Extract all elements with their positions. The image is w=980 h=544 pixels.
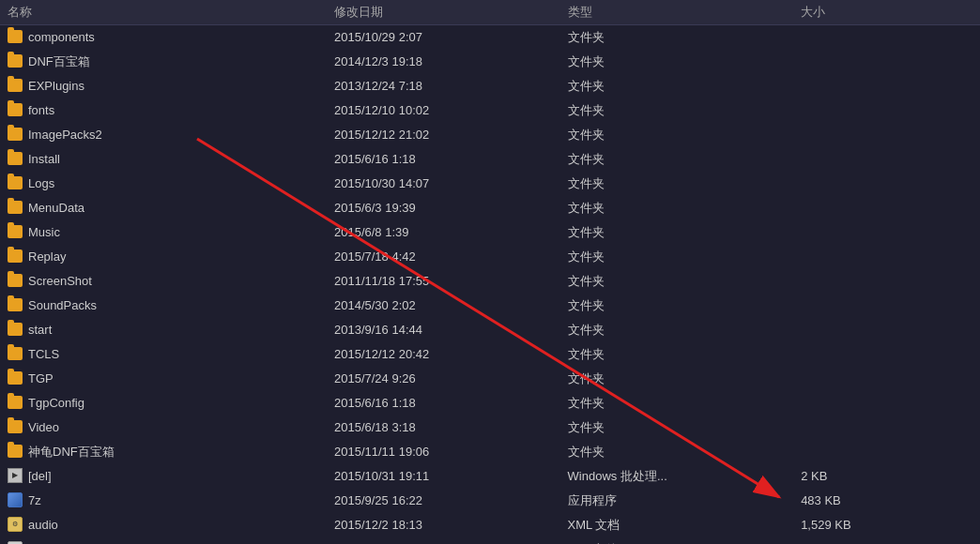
file-size-cell: [793, 294, 980, 318]
table-row[interactable]: ImagePacks22015/12/12 21:02文件夹: [0, 123, 980, 147]
lst-file-icon: [8, 541, 23, 545]
table-row[interactable]: EXPlugins2013/12/24 7:18文件夹: [0, 74, 980, 98]
file-name-label: TgpConfig: [28, 396, 84, 410]
file-type-cell: 文件夹: [560, 220, 794, 245]
folder-icon: [8, 225, 23, 238]
folder-icon: [8, 445, 23, 458]
file-name-cell: TCLS: [0, 342, 327, 367]
file-name-cell: fonts: [0, 98, 327, 123]
file-size-cell: 2 KB: [793, 464, 980, 489]
file-name-label: DNF百宝箱: [28, 53, 90, 70]
file-date-cell: 2013/12/24 7:18: [327, 74, 560, 98]
file-name-label: EXPlugins: [28, 79, 84, 93]
table-row[interactable]: Music2015/6/8 1:39文件夹: [0, 220, 980, 245]
file-size-cell: [793, 342, 980, 367]
file-name-label: ImagePacks2: [28, 128, 102, 142]
col-header-type[interactable]: 类型: [560, 0, 794, 25]
table-row[interactable]: TCLS2015/12/12 20:42文件夹: [0, 342, 980, 367]
file-size-cell: 1,529 KB: [793, 513, 980, 537]
file-size-cell: [793, 269, 980, 294]
file-name-label: start: [28, 323, 52, 337]
table-row[interactable]: components2015/10/29 2:07文件夹: [0, 25, 980, 50]
file-type-cell: 文件夹: [560, 391, 794, 416]
file-size-cell: [793, 391, 980, 416]
table-row[interactable]: fonts2015/12/10 10:02文件夹: [0, 98, 980, 123]
file-date-cell: 2011/11/18 17:55: [327, 269, 560, 294]
file-name-label: 神龟DNF百宝箱: [28, 444, 115, 461]
file-name-cell: components: [0, 25, 327, 50]
file-name-cell: Install: [0, 147, 327, 172]
file-name-cell: start: [0, 318, 327, 342]
table-row[interactable]: TGP2015/7/24 9:26文件夹: [0, 367, 980, 391]
file-name-cell: MenuData: [0, 196, 327, 220]
table-row[interactable]: start2013/9/16 14:44文件夹: [0, 318, 980, 342]
table-row[interactable]: DNF百宝箱2014/12/3 19:18文件夹: [0, 50, 980, 74]
table-row[interactable]: Video2015/6/18 3:18文件夹: [0, 416, 980, 440]
file-size-cell: [793, 25, 980, 50]
file-type-cell: XML 文档: [560, 513, 794, 537]
file-name-label: [del]: [28, 469, 52, 483]
file-type-cell: Windows 批处理...: [560, 464, 794, 489]
file-date-cell: 2015/7/24 9:26: [327, 367, 560, 391]
col-header-name[interactable]: 名称: [0, 0, 327, 25]
col-header-size[interactable]: 大小: [793, 0, 980, 25]
file-type-cell: 文件夹: [560, 98, 794, 123]
file-name-label: SoundPacks: [28, 298, 97, 312]
file-name-cell: SoundPacks: [0, 294, 327, 318]
file-name-cell: ⚙audio: [0, 513, 327, 537]
table-row[interactable]: 7z2015/9/25 16:22应用程序483 KB: [0, 489, 980, 513]
table-row[interactable]: SoundPacks2014/5/30 2:02文件夹: [0, 294, 980, 318]
file-date-cell: 2015/9/25 16:22: [327, 489, 560, 513]
file-name-cell: ScreenShot: [0, 269, 327, 294]
table-row[interactable]: auto.lst2015/12/9 19:36LST 文件652 KB: [0, 537, 980, 545]
file-size-cell: [793, 196, 980, 220]
file-name-cell: ImagePacks2: [0, 123, 327, 147]
file-size-cell: [793, 147, 980, 172]
folder-icon: [8, 347, 23, 360]
file-name-cell: 神龟DNF百宝箱: [0, 440, 327, 464]
file-date-cell: 2015/12/9 19:36: [327, 537, 560, 545]
folder-icon: [8, 30, 23, 43]
folder-icon: [8, 249, 23, 263]
file-size-cell: [793, 440, 980, 464]
folder-icon: [8, 371, 23, 385]
file-list-table: 名称 修改日期 类型 大小 components2015/10/29 2:07文…: [0, 0, 980, 544]
table-row[interactable]: TgpConfig2015/6/16 1:18文件夹: [0, 391, 980, 416]
xml-file-icon: ⚙: [8, 517, 23, 532]
table-row[interactable]: Logs2015/10/30 14:07文件夹: [0, 172, 980, 196]
file-type-cell: LST 文件: [560, 537, 794, 545]
folder-icon: [8, 128, 23, 141]
file-type-cell: 文件夹: [560, 342, 794, 367]
file-date-cell: 2015/12/10 10:02: [327, 98, 560, 123]
file-type-cell: 文件夹: [560, 269, 794, 294]
table-row[interactable]: 神龟DNF百宝箱2015/11/11 19:06文件夹: [0, 440, 980, 464]
file-date-cell: 2015/12/12 20:42: [327, 342, 560, 367]
file-name-cell: Logs: [0, 172, 327, 196]
file-date-cell: 2015/10/29 2:07: [327, 25, 560, 50]
file-type-cell: 文件夹: [560, 196, 794, 220]
file-size-cell: 483 KB: [793, 489, 980, 513]
file-name-label: Install: [28, 152, 60, 166]
folder-icon: [8, 396, 23, 409]
table-row[interactable]: ⚙audio2015/12/2 18:13XML 文档1,529 KB: [0, 513, 980, 537]
file-name-cell: Video: [0, 416, 327, 440]
file-date-cell: 2014/5/30 2:02: [327, 294, 560, 318]
file-size-cell: [793, 74, 980, 98]
file-date-cell: 2015/12/12 21:02: [327, 123, 560, 147]
file-name-cell: TGP: [0, 367, 327, 391]
file-name-cell: EXPlugins: [0, 74, 327, 98]
file-date-cell: 2015/7/18 4:42: [327, 245, 560, 269]
table-row[interactable]: MenuData2015/6/3 19:39文件夹: [0, 196, 980, 220]
table-row[interactable]: ▶[del]2015/10/31 19:11Windows 批处理...2 KB: [0, 464, 980, 489]
table-row[interactable]: Install2015/6/16 1:18文件夹: [0, 147, 980, 172]
folder-icon: [8, 152, 23, 165]
file-name-cell: Music: [0, 220, 327, 245]
folder-icon: [8, 54, 23, 68]
file-size-cell: [793, 123, 980, 147]
table-row[interactable]: Replay2015/7/18 4:42文件夹: [0, 245, 980, 269]
file-name-label: 7z: [28, 493, 41, 507]
file-name-label: audio: [28, 518, 58, 532]
table-row[interactable]: ScreenShot2011/11/18 17:55文件夹: [0, 269, 980, 294]
col-header-date[interactable]: 修改日期: [327, 0, 560, 25]
file-name-label: Music: [28, 225, 60, 239]
